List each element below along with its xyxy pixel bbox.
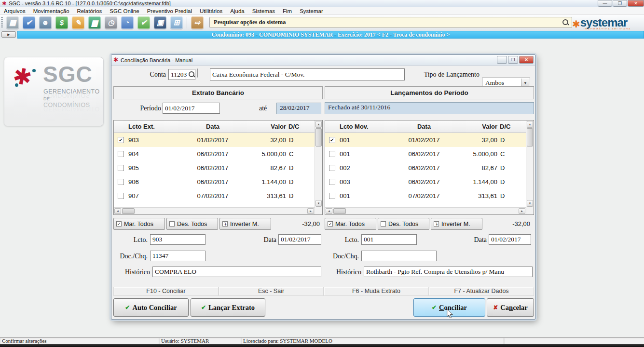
building-check-icon[interactable]: ✔ [23, 16, 35, 29]
scroll-left-icon[interactable]: ◄ [114, 208, 121, 214]
sitemap-icon[interactable]: ▦ [6, 16, 19, 29]
menu-systemar[interactable]: Systemar [296, 7, 327, 15]
row-checkbox[interactable] [329, 193, 335, 199]
auto-conciliar-button[interactable]: ✔ Auto Conciliar [113, 298, 189, 317]
cash-book-icon[interactable]: $ [55, 16, 68, 29]
scroll-right-icon[interactable]: ► [519, 208, 525, 214]
table-row[interactable]: 001 07/02/2017 313,61 D [325, 189, 526, 203]
magnifier-icon [189, 71, 195, 78]
table-row[interactable]: 905 06/02/2017 82,67 D [114, 161, 315, 175]
menu-sgc-online[interactable]: SGC Online [106, 7, 143, 15]
doc-chq-input-left[interactable] [150, 251, 206, 261]
mark-all-button-left[interactable]: ✓Mar. Todos [113, 218, 165, 230]
scroll-up-icon[interactable]: ▲ [527, 121, 533, 128]
mark-all-button-right[interactable]: ✓Mar. Todos [325, 218, 376, 230]
exit-door-icon[interactable]: ⇨ [191, 16, 204, 29]
row-checkbox[interactable]: ✔ [118, 137, 124, 143]
row-checkbox[interactable] [118, 165, 124, 171]
close-button[interactable]: ✕ [628, 0, 644, 7]
row-checkbox[interactable] [118, 193, 124, 199]
sgc-logo-card: ✱ SGC GERENCIAMENTO DE CONDOMÍNIOS SGC G… [4, 57, 104, 126]
dialog-close-button[interactable]: ✕ [519, 56, 534, 64]
lancar-extrato-button[interactable]: ✔ Lançar Extrato [191, 298, 265, 317]
row-checkbox[interactable] [329, 179, 335, 185]
table-row[interactable]: 001 06/02/2017 5.000,00 C [325, 147, 526, 161]
scrollbar-thumb[interactable] [315, 128, 322, 147]
people-icon[interactable]: ☻ [39, 16, 52, 29]
invert-marks-button-left[interactable]: ↴Inverter M. [219, 218, 271, 230]
search-input[interactable] [210, 17, 572, 27]
invert-marks-button-right[interactable]: ↴Inverter M. [431, 218, 482, 230]
doc-chq-input-right[interactable] [361, 251, 437, 261]
scroll-down-icon[interactable]: ▼ [315, 200, 322, 207]
menu-preventivo-predial[interactable]: Preventivo Predial [143, 7, 196, 15]
lcto-input-right[interactable] [361, 234, 417, 245]
table-row[interactable]: 904 06/02/2017 5.000,00 C [114, 147, 315, 161]
scrollbar-thumb[interactable] [527, 128, 533, 147]
minimize-button[interactable]: — [598, 0, 612, 7]
data-input-right[interactable] [489, 234, 531, 245]
condominio-expand-button[interactable]: ▶ [1, 31, 16, 38]
cancel-icon: ✘ [493, 304, 498, 311]
unmark-all-button-left[interactable]: Des. Todos [166, 218, 218, 230]
mouse-cursor [446, 308, 453, 319]
scroll-right-icon[interactable]: ► [307, 208, 314, 214]
txt-check-icon[interactable]: ✔ [137, 16, 150, 29]
scroll-down-icon[interactable]: ▼ [527, 200, 533, 207]
scroll-left-icon[interactable]: ◄ [326, 208, 332, 214]
lcto-label-right: Lcto. [328, 236, 359, 244]
toolbar-separator [187, 17, 187, 28]
row-checkbox[interactable]: ✔ [329, 137, 335, 143]
row-checkbox[interactable] [329, 165, 335, 171]
menu-utilitarios[interactable]: Utilitários [196, 7, 226, 15]
dialog-maximize-button[interactable]: ❐ [508, 56, 518, 64]
menu-arquivos[interactable]: Arquivos [0, 7, 29, 15]
menu-fim[interactable]: Fim [279, 7, 296, 15]
table-row[interactable]: 003 06/02/2017 1.144,00 D [325, 175, 526, 189]
historico-input-left[interactable] [152, 267, 321, 277]
menu-ajuda[interactable]: Ajuda [226, 7, 248, 15]
conta-search-button[interactable] [197, 68, 198, 78]
historico-input-right[interactable] [364, 267, 533, 277]
row-checkbox[interactable] [118, 179, 124, 185]
table-row[interactable]: 907 07/02/2017 313,61 D [114, 189, 315, 203]
table-row[interactable]: ✔ 903 01/02/2017 32,00 D [114, 133, 315, 147]
unchecked-box-icon [381, 221, 386, 227]
menu-relatorios[interactable]: Relatórios [73, 7, 106, 15]
status-license: Licenciado para: SYSTEMAR MODELO [241, 338, 504, 345]
scrollbar-thumb[interactable] [333, 208, 346, 214]
vertical-scrollbar[interactable]: ▲ ▼ [315, 120, 322, 214]
brand-tagline: INFORMÁTICA APLICADA [584, 27, 644, 29]
unmark-all-button-right[interactable]: Des. Todos [378, 218, 429, 230]
ledger-pen-icon[interactable]: ✎ [72, 16, 84, 29]
cancelar-button[interactable]: ✘ Cancelar [487, 298, 534, 317]
calculator-icon[interactable]: ⊞ [170, 16, 183, 29]
dialog-minimize-button[interactable]: — [497, 56, 507, 64]
clock-money-icon[interactable]: ◷ [105, 16, 117, 29]
table-row[interactable]: ✔ 001 01/02/2017 32,00 D [325, 133, 526, 147]
data-input-left[interactable] [278, 234, 321, 245]
col-valor: Valor [443, 123, 497, 130]
conta-name-field[interactable] [210, 68, 405, 80]
horizontal-scrollbar[interactable]: ◄ ► [325, 207, 526, 214]
horizontal-scrollbar[interactable]: ◄ ► [114, 207, 315, 214]
maximize-button[interactable]: ❐ [613, 0, 627, 7]
finance-chart-icon[interactable]: ▆ [88, 16, 101, 29]
dialog-title: Conciliação Bancária - Manual [121, 57, 192, 63]
scroll-up-icon[interactable]: ▲ [315, 121, 322, 128]
data-label-left: Data [247, 236, 276, 244]
menu-sistemas[interactable]: Sistemas [248, 7, 279, 15]
vertical-scrollbar[interactable]: ▲ ▼ [526, 120, 534, 214]
search-icon[interactable] [562, 19, 569, 26]
scrollbar-thumb[interactable] [122, 208, 135, 214]
row-checkbox[interactable] [329, 151, 335, 157]
extrato-grid: Lcto Ext. Data Valor D/C ✔ 903 01/02/201… [113, 120, 323, 215]
periodo-de-input[interactable] [163, 103, 220, 114]
row-checkbox[interactable] [118, 151, 124, 157]
table-row[interactable]: 906 06/02/2017 1.144,00 D [114, 175, 315, 189]
menu-movimentacao[interactable]: Movimentação [29, 7, 73, 15]
table-row[interactable]: 002 06/02/2017 82,67 D [325, 161, 526, 175]
pie-report-icon[interactable]: ◔ [121, 16, 134, 29]
monitor-users-icon[interactable]: ▣ [154, 16, 166, 29]
lcto-input-left[interactable] [150, 234, 206, 245]
